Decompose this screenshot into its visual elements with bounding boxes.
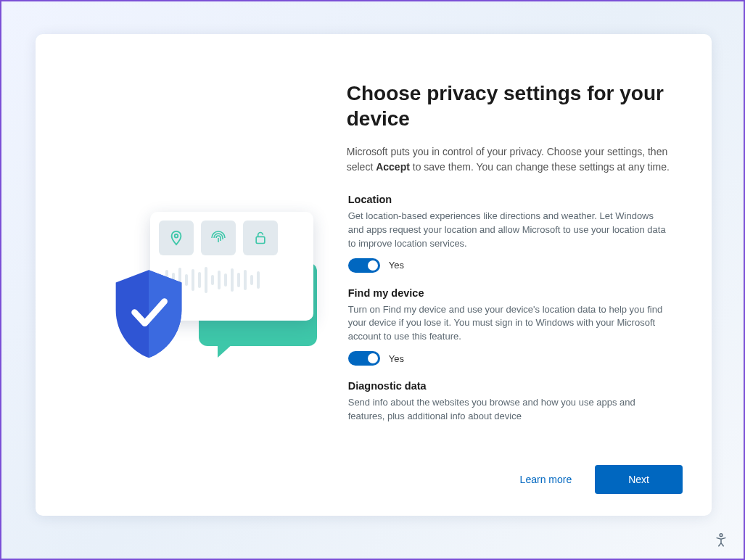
subtitle-bold: Accept bbox=[376, 161, 410, 173]
shield-check-icon bbox=[110, 267, 188, 361]
illustration-pane bbox=[36, 34, 347, 516]
setting-title: Location bbox=[348, 194, 671, 205]
page-subtitle: Microsoft puts you in control of your pr… bbox=[347, 144, 671, 175]
lock-icon bbox=[243, 221, 278, 255]
setting-title: Diagnostic data bbox=[348, 380, 671, 392]
page-title: Choose privacy settings for your device bbox=[347, 81, 671, 131]
setting-location: Location Get location-based experiences … bbox=[348, 194, 671, 273]
setting-find-my-device: Find my device Turn on Find my device an… bbox=[348, 287, 671, 366]
learn-more-link[interactable]: Learn more bbox=[517, 468, 575, 491]
accessibility-icon[interactable] bbox=[713, 532, 729, 548]
setting-desc: Send info about the websites you browse … bbox=[348, 396, 671, 424]
location-pin-icon bbox=[159, 221, 194, 255]
setting-title: Find my device bbox=[348, 287, 671, 299]
footer-actions: Learn more Next bbox=[517, 465, 683, 494]
svg-point-2 bbox=[720, 534, 723, 537]
fingerprint-icon bbox=[201, 221, 236, 255]
toggle-find-my-device[interactable] bbox=[348, 351, 380, 366]
content-pane: Choose privacy settings for your device … bbox=[347, 34, 712, 516]
subtitle-post: to save them. You can change these setti… bbox=[410, 161, 670, 173]
privacy-settings-card: Choose privacy settings for your device … bbox=[36, 34, 712, 516]
setting-diagnostic-data: Diagnostic data Send info about the webs… bbox=[348, 380, 671, 424]
privacy-illustration bbox=[123, 212, 340, 379]
toggle-location[interactable] bbox=[348, 258, 380, 273]
setting-desc: Get location-based experiences like dire… bbox=[348, 210, 671, 251]
toggle-label: Yes bbox=[389, 353, 404, 364]
toggle-label: Yes bbox=[389, 260, 404, 271]
svg-rect-1 bbox=[256, 236, 265, 243]
svg-point-0 bbox=[175, 234, 178, 238]
setting-desc: Turn on Find my device and use your devi… bbox=[348, 303, 671, 345]
next-button[interactable]: Next bbox=[595, 465, 683, 494]
